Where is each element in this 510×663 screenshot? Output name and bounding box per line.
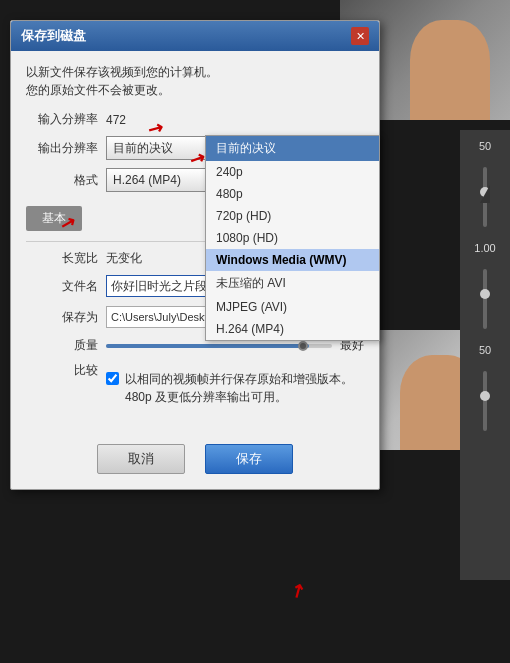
compare-description: 以相同的视频帧并行保存原始和增强版本。480p 及更低分辨率输出可用。 <box>125 370 364 406</box>
format-dropdown-menu: 目前的决议240p480p720p (HD)1080p (HD)Windows … <box>205 135 380 341</box>
dialog-title: 保存到磁盘 <box>21 27 86 45</box>
dropdown-item[interactable]: 240p <box>206 161 379 183</box>
format-label: 格式 <box>26 172 106 189</box>
ctrl-value-1: 50 <box>479 140 491 152</box>
compare-checkbox[interactable] <box>106 372 119 385</box>
dropdown-item[interactable]: 720p (HD) <box>206 205 379 227</box>
save-button[interactable]: 保存 <box>205 444 293 474</box>
dropdown-item[interactable]: Windows Media (WMV) <box>206 249 379 271</box>
ctrl-slider-2[interactable] <box>483 269 487 329</box>
basic-section-tab[interactable]: 基本 <box>26 206 82 231</box>
compare-label: 比较 <box>26 362 106 379</box>
dropdown-item[interactable]: 未压缩的 AVI <box>206 271 379 296</box>
filename-label: 文件名 <box>26 278 106 295</box>
compare-section: 以相同的视频帧并行保存原始和增强版本。480p 及更低分辨率输出可用。 <box>106 370 364 406</box>
input-resolution-label: 输入分辨率 <box>26 111 106 128</box>
quality-label: 质量 <box>26 337 106 354</box>
ctrl-value-3: 50 <box>479 344 491 356</box>
saveto-label: 保存为 <box>26 309 106 326</box>
compare-row: 比较 以相同的视频帧并行保存原始和增强版本。480p 及更低分辨率输出可用。 <box>26 362 364 414</box>
aspect-ratio-value: 无变化 <box>106 250 142 267</box>
ctrl-slider-3[interactable] <box>483 371 487 431</box>
dropdown-item[interactable]: 目前的决议 <box>206 136 379 161</box>
input-resolution-row: 输入分辨率 472 <box>26 111 364 128</box>
close-button[interactable]: ✕ <box>351 27 369 45</box>
slider-thumb <box>298 341 308 351</box>
face-shape-1 <box>410 20 490 120</box>
dialog-titlebar: 保存到磁盘 ✕ <box>11 21 379 51</box>
quality-slider[interactable] <box>106 344 332 348</box>
input-resolution-value: 472 <box>106 113 126 127</box>
cancel-button[interactable]: 取消 <box>97 444 185 474</box>
ctrl-slider-1[interactable] <box>483 167 487 227</box>
aspect-ratio-label: 长宽比 <box>26 250 106 267</box>
dropdown-item[interactable]: H.264 (MP4) <box>206 318 379 340</box>
dialog-description: 以新文件保存该视频到您的计算机。 您的原始文件不会被更改。 <box>26 63 364 99</box>
dropdown-item[interactable]: MJPEG (AVI) <box>206 296 379 318</box>
output-resolution-label: 输出分辨率 <box>26 140 106 157</box>
dropdown-item[interactable]: 1080p (HD) <box>206 227 379 249</box>
dropdown-item[interactable]: 480p <box>206 183 379 205</box>
right-controls-panel: 50 1.00 50 <box>460 130 510 580</box>
dialog-buttons: 取消 保存 <box>11 434 379 489</box>
ctrl-value-2: 1.00 <box>474 242 495 254</box>
